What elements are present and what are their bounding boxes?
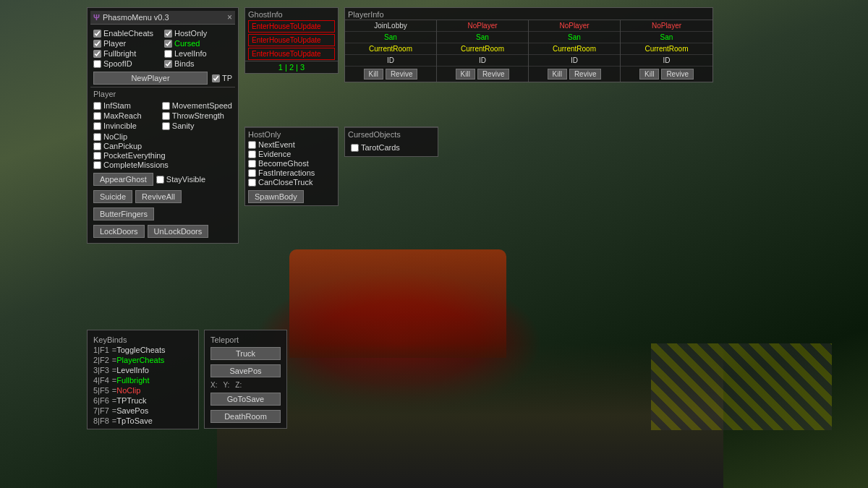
host-only-checkbox[interactable]: HostOnly [164,29,232,38]
host-only-input[interactable] [164,30,172,38]
infstam-input[interactable] [93,102,101,110]
appear-ghost-button[interactable]: AppearGhost [93,173,153,186]
next-event-input[interactable] [248,141,256,149]
player2-kill-button[interactable]: Kill [456,69,475,80]
stay-visible-input[interactable] [156,176,164,184]
sanity-input[interactable] [162,122,170,130]
player-input[interactable] [93,40,101,48]
pocket-everything-checkbox[interactable]: PocketEverything [93,151,232,160]
fast-interactions-input[interactable] [248,169,256,177]
ghost-enter1-button[interactable]: EnterHouseToUpdate [248,20,335,33]
binds-input[interactable] [164,60,172,68]
evidence-input[interactable] [248,150,256,158]
spoofid-input[interactable] [93,60,101,68]
binds-checkbox[interactable]: Binds [164,59,232,68]
levelinfo-checkbox[interactable]: LevelInfo [164,49,232,58]
go-to-save-button[interactable]: GoToSave [210,393,281,406]
invincible-input[interactable] [93,122,101,130]
player-info-header: PlayerInfo [345,8,712,20]
can-close-truck-input[interactable] [248,179,256,187]
keybinds-list: 1|F1 = ToggleCheats2|F2 = PlayerCheats3|… [90,345,195,426]
complete-missions-checkbox[interactable]: CompleteMissions [93,160,232,169]
keybind-val-1: ToggleCheats [116,346,165,354]
player4-revive-button[interactable]: Revive [661,69,694,80]
complete-missions-input[interactable] [93,161,101,169]
death-room-button[interactable]: DeathRoom [210,410,281,423]
movement-speed-checkbox[interactable]: MovementSpeed [162,101,232,110]
player4-kill-button[interactable]: Kill [639,69,659,80]
player3-name: San [529,32,620,43]
player-checkbox[interactable]: Player [93,39,161,48]
player-col-4: NoPlayer San CurrentRoom ID Kill Revive [621,20,712,82]
player4-name: San [621,32,712,43]
player-col-1: JoinLobby San CurrentRoom ID Kill Revive [345,20,437,82]
enable-cheats-label: EnableCheats [103,29,153,38]
new-player-button[interactable]: NewPlayer [93,72,208,85]
teleport-panel: Teleport Truck SavePos X: Y: Z: GoToSave… [204,330,287,429]
player4-kill-row: Kill Revive [621,67,712,82]
keybind-item-2: 2|F2 = PlayerCheats [90,355,195,365]
throw-strength-input[interactable] [162,112,170,120]
cursed-checkbox[interactable]: Cursed [164,39,232,48]
pocket-everything-input[interactable] [93,152,101,160]
fullbright-checkbox[interactable]: Fullbright [93,49,161,58]
y-label: Y: [223,381,229,389]
tp-input[interactable] [212,74,220,82]
enable-cheats-input[interactable] [93,30,101,38]
ghost-enter2-button[interactable]: EnterHouseToUpdate [248,34,335,46]
keybind-item-5: 5|F5 = NoClip [90,385,195,395]
throw-strength-checkbox[interactable]: ThrowStrength [162,111,232,120]
ghost-enter3-button[interactable]: EnterHouseToUpdate [248,48,335,60]
player1-kill-button[interactable]: Kill [364,69,383,80]
doors-row: LockDoors UnLockDoors [90,223,235,240]
evidence-label: Evidence [258,150,291,158]
canpickup-input[interactable] [93,142,101,150]
player3-revive-button[interactable]: Revive [569,69,602,80]
player1-revive-button[interactable]: Revive [386,69,418,80]
keybind-val-5: NoClip [116,386,140,395]
suicide-button[interactable]: Suicide [93,190,132,203]
truck-button[interactable]: Truck [210,347,281,360]
become-ghost-checkbox[interactable]: BecomeGhost [248,159,335,168]
player2-revive-button[interactable]: Revive [477,69,510,80]
player3-kill-button[interactable]: Kill [548,69,567,80]
max-reach-input[interactable] [93,112,101,120]
noclip-input[interactable] [93,133,101,141]
max-reach-checkbox[interactable]: MaxReach [93,111,159,120]
truck-row: Truck [208,345,284,362]
become-ghost-input[interactable] [248,160,256,168]
revive-all-button[interactable]: ReviveAll [135,190,182,203]
tarot-cards-checkbox[interactable]: TarotCards [348,140,435,155]
ghost-info-panel: GhostInfo EnterHouseToUpdate EnterHouseT… [244,7,339,74]
evidence-checkbox[interactable]: Evidence [248,150,335,158]
spoofid-checkbox[interactable]: SpoofID [93,59,161,68]
levelinfo-input[interactable] [164,50,172,58]
tarot-cards-input[interactable] [351,144,359,152]
infstam-checkbox[interactable]: InfStam [93,101,159,110]
invincible-label: Invincible [103,121,137,130]
enable-cheats-checkbox[interactable]: EnableCheats [93,29,161,38]
fast-interactions-checkbox[interactable]: FastInteractions [248,168,335,177]
butter-fingers-button[interactable]: ButterFingers [93,207,154,221]
player4-join: NoPlayer [621,20,712,32]
save-pos-button[interactable]: SavePos [210,364,281,377]
spawn-body-button[interactable]: SpawnBody [248,190,304,203]
butter-fingers-row: ButterFingers [90,205,235,223]
fullbright-input[interactable] [93,50,101,58]
invincible-checkbox[interactable]: Invincible [93,121,159,130]
player-section-header: Player [90,87,235,99]
keybind-val-7: SavePos [116,406,148,415]
phasmo-close-button[interactable]: × [227,12,232,22]
next-event-checkbox[interactable]: NextEvent [248,140,335,149]
unlock-doors-button[interactable]: UnLockDoors [148,225,209,238]
can-close-truck-checkbox[interactable]: CanCloseTruck [248,178,335,187]
canpickup-checkbox[interactable]: CanPickup [93,142,232,150]
sanity-checkbox[interactable]: Sanity [162,121,232,130]
tp-checkbox[interactable]: TP [212,74,232,82]
cursed-input[interactable] [164,40,172,48]
stay-visible-checkbox[interactable]: StayVisible [156,175,205,184]
noclip-checkbox[interactable]: NoClip [93,132,232,141]
lock-doors-button[interactable]: LockDoors [93,225,145,238]
phasmo-top-checkboxes: EnableCheats HostOnly Player Cursed Full… [90,27,235,69]
movement-speed-input[interactable] [162,102,170,110]
